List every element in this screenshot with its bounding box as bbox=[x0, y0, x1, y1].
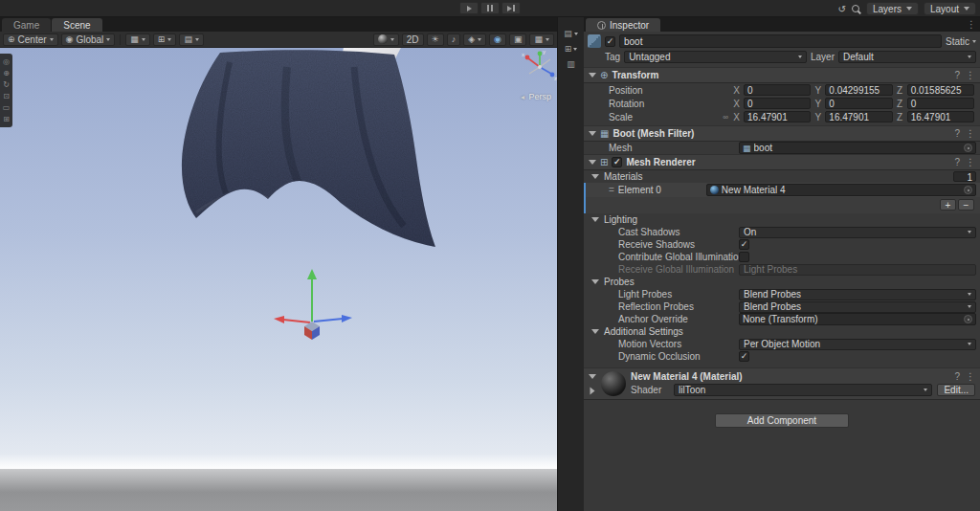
object-picker-icon[interactable] bbox=[964, 186, 972, 194]
add-material-button[interactable]: + bbox=[940, 199, 956, 211]
reflection-probes-dropdown[interactable]: Blend Probes bbox=[739, 301, 976, 313]
view-tool-icon[interactable]: ◎ bbox=[3, 57, 10, 66]
kebab-menu-icon[interactable]: ⋮ bbox=[966, 371, 975, 382]
scene-camera-settings[interactable]: ▣ bbox=[509, 33, 527, 46]
scale-x-field[interactable]: 16.47901 bbox=[744, 111, 811, 122]
shader-dropdown[interactable]: lilToon bbox=[674, 384, 932, 396]
contribute-gi-checkbox[interactable] bbox=[739, 252, 749, 262]
help-icon[interactable]: ? bbox=[954, 70, 960, 80]
foldout-closed-icon[interactable] bbox=[590, 388, 595, 395]
foldout-open-icon[interactable] bbox=[589, 374, 596, 379]
overlay-menu-icon[interactable]: ▤ bbox=[564, 29, 578, 38]
foldout-open-icon[interactable] bbox=[591, 217, 599, 222]
scale-z-field[interactable]: 16.47901 bbox=[907, 111, 974, 122]
rect-tool-icon[interactable]: ▭ bbox=[3, 103, 11, 112]
transform-header[interactable]: ⊕ Transform ? ⋮ bbox=[584, 67, 980, 83]
static-toggle[interactable]: Static bbox=[946, 36, 976, 47]
motion-vectors-dropdown[interactable]: Per Object Motion bbox=[739, 339, 976, 350]
scene-visibility-toggle[interactable]: ◉ bbox=[489, 33, 506, 46]
gizmo-z-axis-handle[interactable] bbox=[314, 319, 343, 322]
materials-foldout[interactable]: Materials 1 bbox=[584, 170, 980, 183]
tab-scene[interactable]: Scene bbox=[52, 18, 101, 32]
object-picker-icon[interactable] bbox=[964, 315, 972, 323]
probes-foldout[interactable]: Probes bbox=[584, 276, 980, 288]
kebab-menu-icon[interactable]: ⋮ bbox=[966, 157, 975, 167]
scene-lighting-toggle[interactable]: ☀ bbox=[427, 33, 444, 46]
material-object-field[interactable]: New Material 4 bbox=[706, 184, 976, 196]
gizmo-y-arrowhead[interactable] bbox=[307, 269, 317, 279]
help-icon[interactable]: ? bbox=[954, 371, 960, 382]
snap-toggle-button[interactable]: ⊞ bbox=[153, 33, 177, 46]
foldout-open-icon[interactable] bbox=[589, 131, 596, 136]
move-tool-icon[interactable]: ⊕ bbox=[3, 69, 10, 78]
anchor-override-field[interactable]: None (Transform) bbox=[739, 313, 976, 325]
kebab-menu-icon[interactable]: ⋮ bbox=[966, 128, 975, 139]
step-button[interactable] bbox=[501, 2, 521, 14]
lighting-foldout[interactable]: Lighting bbox=[584, 213, 980, 226]
active-checkbox[interactable]: ✓ bbox=[605, 36, 615, 47]
2d-toggle-button[interactable]: 2D bbox=[402, 33, 424, 46]
light-probes-dropdown[interactable]: Blend Probes bbox=[739, 289, 976, 300]
draw-mode-dropdown[interactable] bbox=[373, 33, 399, 46]
position-z-field[interactable]: 0.01585625 bbox=[907, 84, 974, 96]
mesh-filter-header[interactable]: ▦ Boot (Mesh Filter) ? ⋮ bbox=[584, 125, 980, 142]
dynamic-occlusion-checkbox[interactable]: ✓ bbox=[739, 351, 749, 362]
foldout-open-icon[interactable] bbox=[591, 329, 599, 334]
pause-button[interactable] bbox=[480, 2, 500, 14]
layer-dropdown[interactable]: Default bbox=[838, 51, 976, 63]
scene-viewport[interactable]: x y z ◎ ⊕ ↻ ⊡ ▭ ⊞ ◄ Persp bbox=[0, 48, 557, 511]
scale-tool-icon[interactable]: ⊡ bbox=[3, 92, 10, 100]
material-preview-sphere[interactable] bbox=[601, 371, 626, 396]
add-component-button[interactable]: Add Component bbox=[715, 413, 849, 428]
overlay-grid-icon[interactable]: ⊞ bbox=[565, 44, 578, 54]
kebab-menu-icon[interactable]: ⋮ bbox=[966, 70, 975, 80]
snap-increment-dropdown[interactable]: ▤ bbox=[179, 33, 204, 46]
object-picker-icon[interactable] bbox=[964, 144, 972, 152]
gizmo-x-arrowhead[interactable] bbox=[274, 316, 284, 323]
gizmos-dropdown[interactable]: ▦ bbox=[529, 33, 554, 46]
position-x-field[interactable]: 0 bbox=[744, 84, 811, 96]
overlay-panel-icon[interactable]: ▥ bbox=[567, 59, 575, 69]
foldout-open-icon[interactable] bbox=[589, 160, 596, 165]
gameobject-name-input[interactable] bbox=[619, 34, 942, 48]
layers-dropdown[interactable]: Layers bbox=[866, 2, 919, 15]
mesh-object-field[interactable]: ▦ boot bbox=[739, 142, 976, 154]
orientation-mode-dropdown[interactable]: ◉ Global bbox=[61, 33, 116, 46]
constrain-proportions-icon[interactable]: ∞ bbox=[720, 113, 731, 122]
tag-dropdown[interactable]: Untagged bbox=[624, 51, 807, 63]
foldout-open-icon[interactable] bbox=[591, 174, 599, 179]
move-gizmo[interactable] bbox=[274, 269, 352, 340]
rotate-tool-icon[interactable]: ↻ bbox=[3, 80, 10, 89]
additional-settings-foldout[interactable]: Additional Settings bbox=[584, 325, 980, 338]
pivot-mode-dropdown[interactable]: ⊕ Center bbox=[3, 33, 58, 46]
help-icon[interactable]: ? bbox=[954, 128, 960, 139]
rotation-z-field[interactable]: 0 bbox=[907, 98, 974, 109]
materials-size-field[interactable]: 1 bbox=[953, 171, 976, 182]
rotation-y-field[interactable]: 0 bbox=[825, 98, 892, 109]
foldout-open-icon[interactable] bbox=[589, 73, 596, 78]
tab-inspector[interactable]: Inspector bbox=[586, 18, 660, 32]
undo-history-icon[interactable]: ↺ bbox=[838, 3, 846, 15]
tab-game[interactable]: Game bbox=[2, 18, 51, 32]
foldout-open-icon[interactable] bbox=[591, 279, 599, 284]
play-button[interactable] bbox=[459, 2, 479, 14]
inspector-menu-icon[interactable]: ⋮ bbox=[967, 19, 976, 30]
shader-edit-button[interactable]: Edit... bbox=[937, 384, 975, 396]
position-y-field[interactable]: 0.04299155 bbox=[825, 84, 892, 96]
transform-tool-icon[interactable]: ⊞ bbox=[3, 115, 10, 123]
orientation-gizmo[interactable]: x y z bbox=[522, 49, 557, 81]
effects-dropdown[interactable]: ◈ bbox=[463, 33, 486, 46]
search-icon[interactable] bbox=[851, 4, 861, 14]
projection-label[interactable]: ◄ Persp bbox=[520, 92, 551, 101]
receive-shadows-checkbox[interactable]: ✓ bbox=[739, 239, 749, 250]
scene-audio-toggle[interactable]: ♪ bbox=[447, 33, 461, 46]
grid-visibility-dropdown[interactable]: ▦ bbox=[125, 33, 150, 46]
rotation-x-field[interactable]: 0 bbox=[744, 98, 811, 109]
scale-y-field[interactable]: 16.47901 bbox=[825, 111, 892, 122]
remove-material-button[interactable]: − bbox=[958, 199, 974, 211]
cast-shadows-dropdown[interactable]: On bbox=[739, 227, 976, 238]
help-icon[interactable]: ? bbox=[954, 157, 960, 167]
cloth-mesh-object[interactable] bbox=[172, 48, 450, 258]
renderer-enabled-checkbox[interactable]: ✓ bbox=[612, 157, 622, 167]
material-header[interactable]: New Material 4 (Material) ? ⋮ Shader lil… bbox=[584, 367, 980, 400]
